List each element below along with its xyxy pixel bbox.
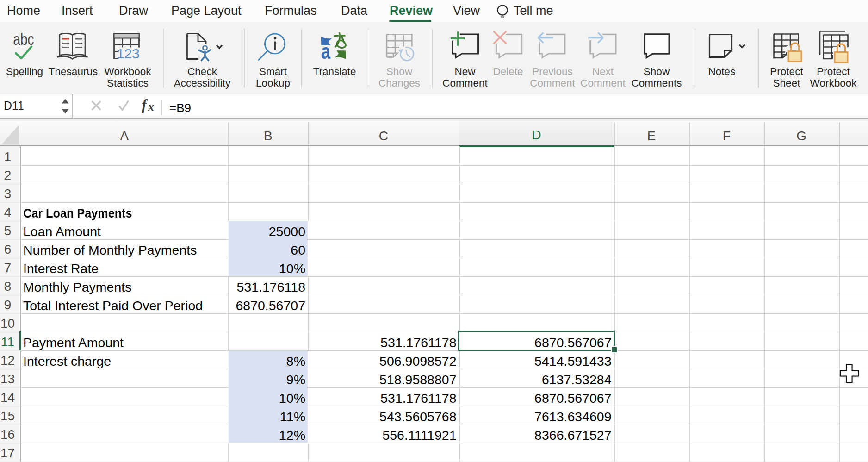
svg-text:a: a (321, 39, 330, 63)
svg-text:123: 123 (117, 46, 140, 61)
svg-text:abc: abc (13, 30, 34, 48)
